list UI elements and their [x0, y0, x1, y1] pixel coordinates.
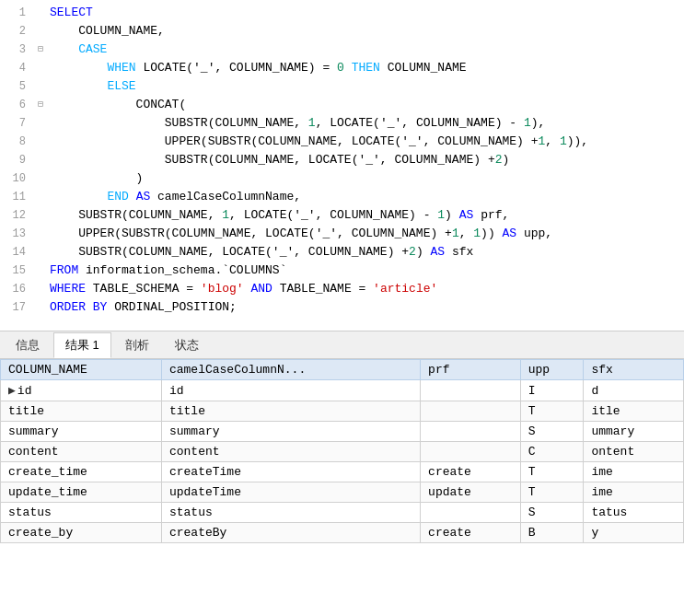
column-header[interactable]: COLUMN_NAME — [1, 360, 162, 380]
line-number: 4 — [0, 59, 33, 77]
line-number: 15 — [0, 262, 33, 280]
table-row: update_timeupdateTimeupdateTime — [1, 482, 684, 503]
table-cell: status — [161, 503, 420, 523]
line-number: 11 — [0, 188, 33, 206]
line-content: CONCAT( — [48, 96, 684, 114]
table-cell: S — [520, 422, 584, 442]
code-line: 14 SUBSTR(COLUMN_NAME, LOCATE('_', COLUM… — [0, 243, 684, 262]
table-cell: ummary — [584, 422, 684, 442]
line-number: 1 — [0, 4, 33, 22]
table-cell: update — [421, 482, 521, 503]
table-cell: T — [520, 462, 584, 482]
table-cell: update_time — [1, 482, 162, 503]
table-cell: content — [161, 442, 420, 462]
table-cell — [421, 401, 521, 422]
code-line: 2 COLUMN_NAME, — [0, 22, 684, 41]
line-content: WHERE TABLE_SCHEMA = 'blog' AND TABLE_NA… — [48, 280, 684, 298]
line-gutter: ⊟ — [33, 41, 48, 59]
table-cell — [421, 422, 521, 442]
code-line: 17ORDER BY ORDINAL_POSITION; — [0, 298, 684, 317]
code-line: 5 ELSE — [0, 77, 684, 96]
code-line: 4 WHEN LOCATE('_', COLUMN_NAME) = 0 THEN… — [0, 59, 684, 77]
column-header[interactable]: camelCaseColumnN... — [161, 360, 420, 380]
table-cell: create_time — [1, 462, 162, 482]
table-row: create_timecreateTimecreateTime — [1, 462, 684, 482]
table-cell: summary — [161, 422, 420, 442]
table-cell: ontent — [584, 442, 684, 462]
line-number: 10 — [0, 169, 33, 188]
table-cell — [421, 380, 521, 401]
table-cell — [421, 503, 521, 523]
line-content: ) — [48, 169, 684, 188]
line-gutter: ⊟ — [33, 96, 48, 114]
code-line: 16WHERE TABLE_SCHEMA = 'blog' AND TABLE_… — [0, 280, 684, 298]
table-row: create_bycreateBycreateBy — [1, 523, 684, 543]
table-cell: tatus — [584, 503, 684, 523]
line-number: 16 — [0, 280, 33, 298]
table-cell: summary — [1, 422, 162, 442]
tab-结果-1[interactable]: 结果 1 — [53, 332, 111, 358]
tab-状态[interactable]: 状态 — [163, 332, 211, 358]
line-number: 9 — [0, 151, 33, 169]
code-line: 8 UPPER(SUBSTR(COLUMN_NAME, LOCATE('_', … — [0, 133, 684, 151]
code-editor[interactable]: 1SELECT2 COLUMN_NAME,3⊟ CASE4 WHEN LOCAT… — [0, 0, 684, 331]
code-line: 6⊟ CONCAT( — [0, 96, 684, 114]
table-cell: T — [520, 401, 584, 422]
table-row: summarysummarySummary — [1, 422, 684, 442]
line-content: END AS camelCaseColumnName, — [48, 188, 684, 206]
code-line: 11 END AS camelCaseColumnName, — [0, 188, 684, 206]
table-cell: status — [1, 503, 162, 523]
table-cell: ime — [584, 482, 684, 503]
line-content: ELSE — [48, 77, 684, 96]
code-line: 15FROM information_schema.`COLUMNS` — [0, 262, 684, 280]
table-cell: I — [520, 380, 584, 401]
tab-信息[interactable]: 信息 — [4, 332, 52, 358]
line-number: 13 — [0, 225, 33, 243]
line-content: SUBSTR(COLUMN_NAME, 1, LOCATE('_', COLUM… — [48, 206, 684, 225]
line-content: UPPER(SUBSTR(COLUMN_NAME, LOCATE('_', CO… — [48, 225, 684, 243]
table-cell: updateTime — [161, 482, 420, 503]
code-line: 1SELECT — [0, 4, 684, 22]
table-cell — [421, 442, 521, 462]
table-cell: y — [584, 523, 684, 543]
results-table: COLUMN_NAMEcamelCaseColumnN...prfuppsfx … — [0, 359, 684, 543]
code-line: 3⊟ CASE — [0, 41, 684, 59]
line-number: 2 — [0, 22, 33, 41]
line-content: SELECT — [48, 4, 684, 22]
table-row: ididId — [1, 380, 684, 401]
line-content: SUBSTR(COLUMN_NAME, LOCATE('_', COLUMN_N… — [48, 243, 684, 262]
code-line: 7 SUBSTR(COLUMN_NAME, 1, LOCATE('_', COL… — [0, 114, 684, 133]
table-row: titletitleTitle — [1, 401, 684, 422]
line-number: 14 — [0, 243, 33, 262]
line-number: 7 — [0, 114, 33, 133]
line-content: CASE — [48, 41, 684, 59]
table-cell: ime — [584, 462, 684, 482]
table-row: statusstatusStatus — [1, 503, 684, 523]
line-content: WHEN LOCATE('_', COLUMN_NAME) = 0 THEN C… — [48, 59, 684, 77]
table-cell: title — [161, 401, 420, 422]
column-header[interactable]: upp — [520, 360, 584, 380]
line-number: 17 — [0, 298, 33, 317]
table-cell: B — [520, 523, 584, 543]
tab-剖析[interactable]: 剖析 — [113, 332, 161, 358]
column-header[interactable]: sfx — [584, 360, 684, 380]
line-number: 3 — [0, 41, 33, 59]
line-content: COLUMN_NAME, — [48, 22, 684, 41]
code-line: 9 SUBSTR(COLUMN_NAME, LOCATE('_', COLUMN… — [0, 151, 684, 169]
tabs-bar: 信息结果 1剖析状态 — [0, 331, 684, 359]
table-cell: id — [1, 380, 162, 401]
results-area[interactable]: COLUMN_NAMEcamelCaseColumnN...prfuppsfx … — [0, 359, 684, 616]
line-content: ORDER BY ORDINAL_POSITION; — [48, 298, 684, 317]
table-row: contentcontentContent — [1, 442, 684, 462]
table-cell: create_by — [1, 523, 162, 543]
table-cell: content — [1, 442, 162, 462]
column-header[interactable]: prf — [421, 360, 521, 380]
line-number: 8 — [0, 133, 33, 151]
table-cell: title — [1, 401, 162, 422]
code-line: 10 ) — [0, 169, 684, 188]
line-content: SUBSTR(COLUMN_NAME, 1, LOCATE('_', COLUM… — [48, 114, 684, 133]
table-cell: create — [421, 462, 521, 482]
line-number: 5 — [0, 77, 33, 96]
table-cell: createBy — [161, 523, 420, 543]
table-cell: createTime — [161, 462, 420, 482]
